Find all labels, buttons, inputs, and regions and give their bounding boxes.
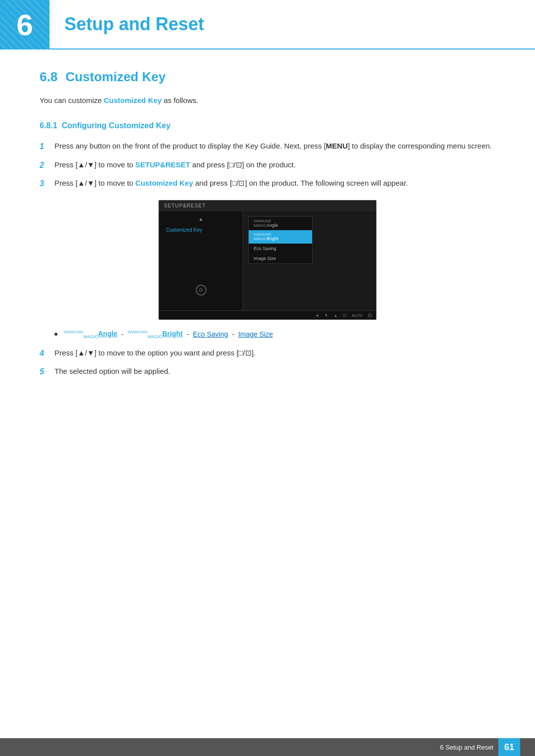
section-title: 6.8 Customized Key xyxy=(40,69,495,85)
monitor-icon-enter: ⊡ xyxy=(343,313,347,318)
monitor-icon-left: ◄ xyxy=(315,313,319,318)
footer-chapter-ref: 6 Setup and Reset xyxy=(440,744,493,751)
page-footer: 6 Setup and Reset 61 xyxy=(0,738,535,756)
monitor-submenu-eco: Eco Saving xyxy=(249,244,312,253)
setup-reset-key: SETUP&RESET xyxy=(135,160,190,169)
section-title-text: Customized Key xyxy=(65,69,165,85)
option-samsung-angle: SAMSUNGMAGICAngle xyxy=(63,330,117,339)
steps-list-2: 4 Press [▲/▼] to move to the option you … xyxy=(40,347,495,378)
step-4-text: Press [▲/▼] to move to the option you wa… xyxy=(54,347,256,359)
option-samsung-bright: SAMSUNGMAGICBright xyxy=(128,330,183,339)
intro-paragraph: You can customize Customized Key as foll… xyxy=(40,95,495,106)
monitor-submenu-angle: SAMSUNG MAGICAngle xyxy=(249,217,312,230)
monitor-submenu-imagesize: Image Size xyxy=(249,253,312,263)
footer-page-number: 61 xyxy=(498,738,520,756)
subsection-title-text: Configuring Customized Key xyxy=(61,121,170,130)
submenu-angle-main: MAGICAngle xyxy=(254,223,278,228)
bullet-dot xyxy=(54,333,57,336)
section-number: 6.8 xyxy=(40,69,57,85)
option-image-size: Image Size xyxy=(238,330,273,338)
monitor-submenu-bright: SAMSUNG MAGICBright xyxy=(249,230,312,244)
monitor-screenshot: SETUP&RESET ▲ Customized Key ⚙ SAMSUNG M… xyxy=(159,200,376,320)
angle-label: Angle xyxy=(98,330,117,338)
monitor-gear-icon: ⚙ xyxy=(196,285,207,296)
dash-1: - xyxy=(121,330,124,338)
step-5: 5 The selected option will be applied. xyxy=(40,365,495,378)
dash-2: - xyxy=(187,330,189,338)
monitor-power-icon: ⏻ xyxy=(368,313,372,318)
monitor-bottom-bar: ◄ ▼ ▲ ⊡ AUTO ⏻ xyxy=(159,310,376,319)
monitor-submenu: SAMSUNG MAGICAngle SAMSUNG MAGICBright E… xyxy=(248,216,313,264)
monitor-arrow-up: ▲ xyxy=(159,216,243,222)
magic-sub-bright: MAGIC xyxy=(148,334,162,339)
chapter-title: Setup and Reset xyxy=(50,0,535,50)
dash-3: - xyxy=(232,330,234,338)
customized-key-ref: Customized Key xyxy=(135,179,193,187)
submenu-angle-super: SAMSUNG xyxy=(254,219,307,223)
angle-super: SAMSUNG xyxy=(63,330,83,334)
monitor-inner: SETUP&RESET ▲ Customized Key ⚙ SAMSUNG M… xyxy=(159,201,376,319)
step-4: 4 Press [▲/▼] to move to the option you … xyxy=(40,347,495,360)
bright-super: SAMSUNG xyxy=(128,330,148,334)
monitor-menu-area: ▲ Customized Key ⚙ SAMSUNG MAGICAngle SA… xyxy=(159,211,376,310)
monitor-top-bar-text: SETUP&RESET xyxy=(164,203,206,208)
monitor-icon-down: ▼ xyxy=(324,313,328,318)
step-1: 1 Press any button on the front of the p… xyxy=(40,140,495,153)
submenu-bright-main: MAGICBright xyxy=(254,236,278,241)
submenu-bright-super: SAMSUNG xyxy=(254,233,307,236)
chapter-header: 6 Setup and Reset xyxy=(0,0,535,50)
chapter-number-box: 6 xyxy=(0,0,50,50)
menu-key: MENU xyxy=(326,142,348,150)
monitor-auto-label: AUTO xyxy=(352,313,363,318)
step-4-number: 4 xyxy=(40,347,54,360)
bright-label: Bright xyxy=(162,330,183,338)
step-5-text: The selected option will be applied. xyxy=(54,365,170,377)
step-3-number: 3 xyxy=(40,177,54,190)
monitor-customized-key-item: Customized Key xyxy=(159,224,243,236)
option-eco-saving: Eco Saving xyxy=(193,330,228,338)
intro-highlight: Customized Key xyxy=(104,96,162,104)
step-3: 3 Press [▲/▼] to move to Customized Key … xyxy=(40,177,495,190)
step-1-number: 1 xyxy=(40,140,54,153)
step-3-text: Press [▲/▼] to move to Customized Key an… xyxy=(54,177,408,189)
intro-text-before: You can customize xyxy=(40,96,104,104)
monitor-left-panel: ▲ Customized Key ⚙ xyxy=(159,211,243,310)
subsection-number: 6.8.1 xyxy=(40,121,57,130)
subsection-title: 6.8.1 Configuring Customized Key xyxy=(40,121,495,130)
intro-text-after: as follows. xyxy=(161,96,198,104)
steps-list: 1 Press any button on the front of the p… xyxy=(40,140,495,190)
step-2-number: 2 xyxy=(40,159,54,172)
monitor-right-panel: SAMSUNG MAGICAngle SAMSUNG MAGICBright E… xyxy=(243,211,376,310)
options-bullet: SAMSUNGMAGICAngle - SAMSUNGMAGICBright -… xyxy=(54,330,495,339)
main-content: 6.8 Customized Key You can customize Cus… xyxy=(0,50,535,424)
monitor-top-bar: SETUP&RESET xyxy=(159,201,376,211)
chapter-number: 6 xyxy=(16,8,33,42)
step-2: 2 Press [▲/▼] to move to SETUP&RESET and… xyxy=(40,159,495,172)
step-1-text: Press any button on the front of the pro… xyxy=(54,140,492,152)
monitor-icon-up: ▲ xyxy=(333,313,338,318)
magic-sub-angle: MAGIC xyxy=(83,334,98,339)
step-2-text: Press [▲/▼] to move to SETUP&RESET and p… xyxy=(54,159,296,171)
chapter-title-text: Setup and Reset xyxy=(64,14,204,35)
submenu-imagesize-label: Image Size xyxy=(254,256,276,261)
step-5-number: 5 xyxy=(40,365,54,378)
submenu-eco-label: Eco Saving xyxy=(254,246,276,251)
